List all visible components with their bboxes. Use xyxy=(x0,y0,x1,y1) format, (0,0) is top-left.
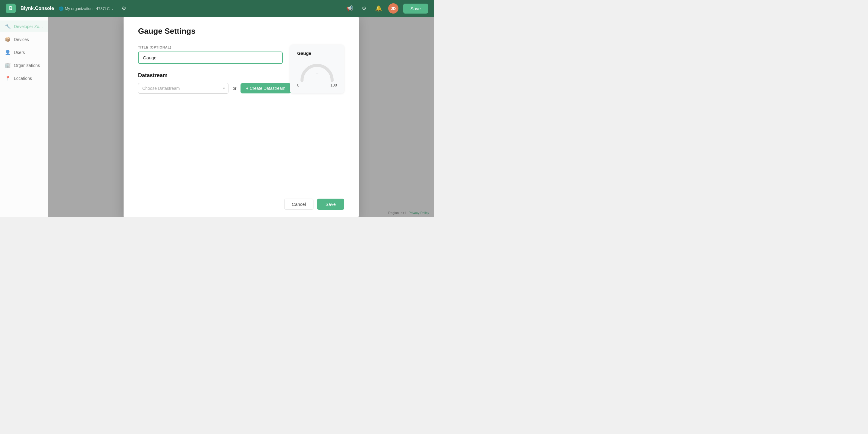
locations-icon: 📍 xyxy=(5,75,11,81)
sidebar-item-organizations[interactable]: 🏢 Organizations xyxy=(0,59,48,71)
datastream-select[interactable] xyxy=(138,83,228,94)
sidebar-item-label: Locations xyxy=(14,76,32,81)
top-save-button[interactable]: Save xyxy=(403,4,428,13)
sidebar-item-devices[interactable]: 📦 Devices xyxy=(0,33,48,45)
cancel-button[interactable]: Cancel xyxy=(284,198,313,210)
gauge-min: 0 xyxy=(297,83,299,87)
devices-icon: 📦 xyxy=(5,36,11,42)
gauge-settings-modal: Gauge Settings TITLE (OPTIONAL) Datastre… xyxy=(124,17,359,217)
gauge-value: -- xyxy=(315,70,318,75)
sidebar-item-users[interactable]: 👤 Users xyxy=(0,46,48,58)
create-datastream-button[interactable]: + Create Datastream xyxy=(241,83,290,93)
gauge-preview-title: Gauge xyxy=(297,51,337,56)
sidebar-item-label: Organizations xyxy=(14,63,40,68)
users-icon: 👤 xyxy=(5,50,11,55)
avatar[interactable]: JD xyxy=(388,3,398,13)
megaphone-icon[interactable]: 📢 xyxy=(345,4,354,13)
save-button[interactable]: Save xyxy=(317,198,344,210)
settings-icon[interactable]: ⚙ xyxy=(119,4,129,13)
top-bar: B Blynk.Console 🌐 My organization · 4737… xyxy=(0,0,434,17)
gauge-max: 100 xyxy=(330,83,337,87)
bell-icon[interactable]: 🔔 xyxy=(374,4,383,13)
sidebar-item-developer[interactable]: 🔧 Developer Zo... xyxy=(0,21,48,32)
org-info: 🌐 My organization · 4737LC ⌄ xyxy=(59,6,114,11)
sidebar-item-label: Users xyxy=(14,50,25,55)
modal-footer: Cancel Save xyxy=(138,189,344,210)
gear-icon[interactable]: ⚙ xyxy=(359,4,369,13)
main-content: Gauge Settings TITLE (OPTIONAL) Datastre… xyxy=(48,17,434,217)
modal-title: Gauge Settings xyxy=(138,27,344,36)
sidebar-item-label: Devices xyxy=(14,37,29,42)
datastream-select-wrapper: ▾ Choose Datastream xyxy=(138,83,228,94)
title-input[interactable] xyxy=(138,52,283,64)
gauge-arc: -- xyxy=(299,59,335,81)
logo: B xyxy=(6,4,16,13)
developer-icon: 🔧 xyxy=(5,24,11,29)
sidebar: 🔧 Developer Zo... 📦 Devices 👤 Users 🏢 Or… xyxy=(0,17,48,217)
app-title: Blynk.Console xyxy=(21,6,54,11)
gauge-preview: Gauge -- 0 100 xyxy=(290,44,344,93)
organizations-icon: 🏢 xyxy=(5,62,11,68)
gauge-range: 0 100 xyxy=(297,83,337,87)
sidebar-item-label: Developer Zo... xyxy=(14,24,43,29)
sidebar-item-locations[interactable]: 📍 Locations xyxy=(0,72,48,84)
modal-overlay: Gauge Settings TITLE (OPTIONAL) Datastre… xyxy=(48,17,434,217)
or-label: or xyxy=(233,86,236,91)
